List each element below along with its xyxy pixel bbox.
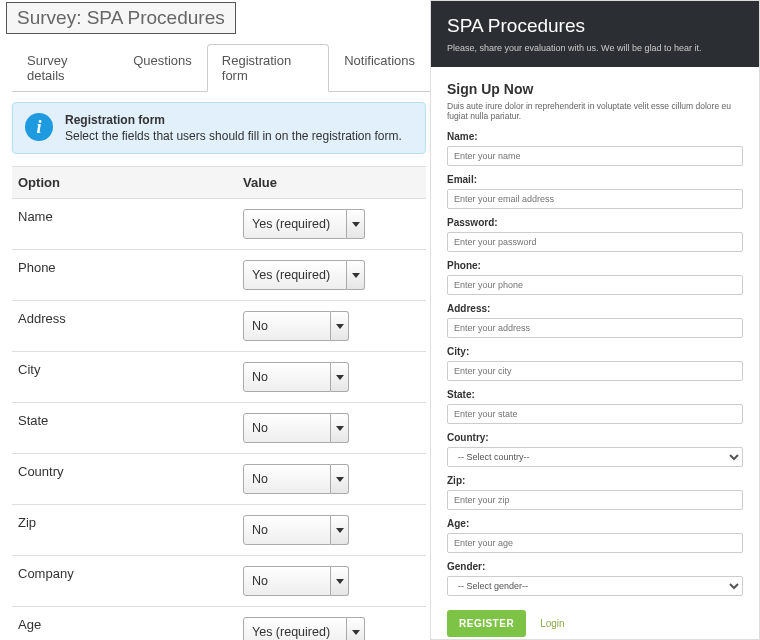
option-label: Age (12, 607, 237, 640)
value-select[interactable]: Yes (required) (243, 209, 365, 239)
table-row: ZipNo (12, 505, 426, 556)
value-select[interactable]: No (243, 311, 349, 341)
field-label: Phone: (447, 260, 743, 271)
options-grid: Option Value NameYes (required)PhoneYes … (12, 166, 426, 640)
field-label: Country: (447, 432, 743, 443)
country-select[interactable]: -- Select country-- (447, 447, 743, 467)
grid-header-row: Option Value (12, 167, 426, 199)
option-value-cell: Yes (required) (237, 199, 426, 249)
signup-desc: Duis aute irure dolor in reprehenderit i… (447, 101, 743, 121)
value-select[interactable]: No (243, 362, 349, 392)
info-title: Registration form (65, 113, 415, 127)
table-row: AgeYes (required) (12, 607, 426, 640)
field-label: Zip: (447, 475, 743, 486)
chevron-down-icon[interactable] (347, 617, 365, 640)
select-display: No (243, 362, 331, 392)
option-label: State (12, 403, 237, 453)
select-display: Yes (required) (243, 260, 347, 290)
tab-questions[interactable]: Questions (118, 44, 207, 91)
login-link[interactable]: Login (540, 618, 564, 629)
value-select[interactable]: No (243, 566, 349, 596)
field-label: Gender: (447, 561, 743, 572)
chevron-down-icon[interactable] (331, 311, 349, 341)
field-label: State: (447, 389, 743, 400)
tab-notifications[interactable]: Notifications (329, 44, 430, 91)
option-value-cell: Yes (required) (237, 250, 426, 300)
table-row: AddressNo (12, 301, 426, 352)
table-row: PhoneYes (required) (12, 250, 426, 301)
info-icon: i (25, 113, 53, 141)
field-label: City: (447, 346, 743, 357)
age-input[interactable] (447, 533, 743, 553)
info-text: Select the fields that users should fill… (65, 129, 415, 143)
value-select[interactable]: No (243, 464, 349, 494)
field-label: Password: (447, 217, 743, 228)
table-row: CompanyNo (12, 556, 426, 607)
option-label: Zip (12, 505, 237, 555)
table-row: CountryNo (12, 454, 426, 505)
option-value-cell: Yes (required) (237, 607, 426, 640)
preview-body: Sign Up Now Duis aute irure dolor in rep… (431, 67, 759, 640)
select-display: No (243, 464, 331, 494)
tab-survey-details[interactable]: Survey details (12, 44, 118, 91)
option-value-cell: No (237, 505, 426, 555)
field-label: Email: (447, 174, 743, 185)
chevron-down-icon[interactable] (331, 464, 349, 494)
value-select[interactable]: No (243, 413, 349, 443)
password-input[interactable] (447, 232, 743, 252)
option-value-cell: No (237, 556, 426, 606)
tab-registration-form[interactable]: Registration form (207, 44, 329, 92)
option-value-cell: No (237, 352, 426, 402)
table-row: NameYes (required) (12, 199, 426, 250)
select-display: Yes (required) (243, 209, 347, 239)
chevron-down-icon[interactable] (331, 362, 349, 392)
name-input[interactable] (447, 146, 743, 166)
option-label: Address (12, 301, 237, 351)
address-input[interactable] (447, 318, 743, 338)
option-label: City (12, 352, 237, 402)
preview-header: SPA Procedures Please, share your evalua… (431, 1, 759, 67)
chevron-down-icon[interactable] (331, 566, 349, 596)
info-box: i Registration form Select the fields th… (12, 102, 426, 154)
option-label: Company (12, 556, 237, 606)
field-label: Name: (447, 131, 743, 142)
chevron-down-icon[interactable] (347, 209, 365, 239)
option-value-cell: No (237, 301, 426, 351)
option-label: Country (12, 454, 237, 504)
email-input[interactable] (447, 189, 743, 209)
left-pane: Survey: SPA Procedures Survey detailsQue… (0, 0, 430, 640)
register-button[interactable]: REGISTER (447, 610, 526, 637)
preview-subtitle: Please, share your evaluation with us. W… (447, 43, 743, 53)
col-value: Value (237, 167, 426, 198)
option-value-cell: No (237, 454, 426, 504)
state-input[interactable] (447, 404, 743, 424)
select-display: No (243, 413, 331, 443)
select-display: No (243, 566, 331, 596)
table-row: StateNo (12, 403, 426, 454)
register-row: REGISTER Login (447, 610, 743, 637)
value-select[interactable]: Yes (required) (243, 260, 365, 290)
value-select[interactable]: Yes (required) (243, 617, 365, 640)
chevron-down-icon[interactable] (347, 260, 365, 290)
select-display: No (243, 311, 331, 341)
survey-title: Survey: SPA Procedures (6, 2, 236, 34)
field-label: Age: (447, 518, 743, 529)
option-label: Name (12, 199, 237, 249)
preview-pane: SPA Procedures Please, share your evalua… (430, 0, 760, 640)
city-input[interactable] (447, 361, 743, 381)
chevron-down-icon[interactable] (331, 413, 349, 443)
phone-input[interactable] (447, 275, 743, 295)
field-label: Address: (447, 303, 743, 314)
option-value-cell: No (237, 403, 426, 453)
option-label: Phone (12, 250, 237, 300)
preview-title: SPA Procedures (447, 15, 743, 37)
tabs: Survey detailsQuestionsRegistration form… (12, 44, 430, 92)
value-select[interactable]: No (243, 515, 349, 545)
gender-select[interactable]: -- Select gender-- (447, 576, 743, 596)
signup-title: Sign Up Now (447, 81, 743, 97)
chevron-down-icon[interactable] (331, 515, 349, 545)
select-display: Yes (required) (243, 617, 347, 640)
col-option: Option (12, 167, 237, 198)
zip-input[interactable] (447, 490, 743, 510)
table-row: CityNo (12, 352, 426, 403)
